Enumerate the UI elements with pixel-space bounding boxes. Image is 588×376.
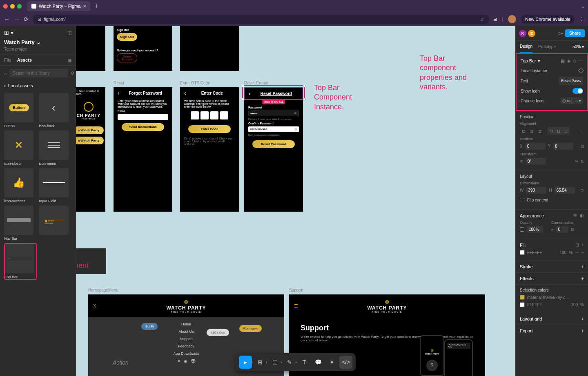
artboard-settings[interactable]: Sign Out Sign Out No longer need your ac… — [114, 26, 172, 71]
individual-corners-icon[interactable]: ⊡ — [571, 227, 574, 232]
asset-input-field[interactable]: Input Field — [39, 168, 72, 203]
minimize-window-icon[interactable] — [10, 4, 15, 9]
lock-aspect-icon[interactable]: ⊃ — [581, 188, 584, 192]
add-export-icon[interactable]: + — [581, 328, 584, 333]
new-tab-button[interactable]: + — [94, 2, 98, 10]
project-title[interactable]: Watch Party ⌄ — [0, 39, 76, 47]
search-settings-icon[interactable]: ⚙ — [70, 71, 74, 76]
grid-icon[interactable]: ▦ — [561, 58, 565, 64]
dev-mode-tool[interactable]: </> — [339, 356, 352, 369]
instance-diamond-icon[interactable] — [578, 68, 584, 73]
frame-tool[interactable]: ⊞ — [254, 356, 267, 369]
tab-design[interactable]: Design — [520, 41, 532, 53]
move-tool[interactable]: ▸ — [239, 356, 252, 369]
align-top[interactable]: ⊓ — [548, 127, 555, 135]
collaborator-e[interactable]: E — [528, 30, 535, 37]
profile-avatar[interactable] — [508, 15, 516, 23]
browser-tab[interactable]: Watch Party – Figma × — [27, 1, 90, 11]
address-bar[interactable]: ⊡ figma.com/ ☆ — [33, 15, 489, 24]
asset-button[interactable]: Button Button — [4, 93, 37, 128]
back-button[interactable]: ← — [4, 16, 10, 22]
asset-icon-close[interactable]: ✕ icon-close — [4, 130, 37, 166]
tab-file[interactable]: File — [4, 58, 11, 63]
text-tool[interactable]: T — [298, 356, 311, 369]
close-window-icon[interactable] — [3, 4, 8, 9]
chrome-update-button[interactable]: New Chrome available — [521, 15, 575, 24]
x-input[interactable] — [525, 143, 546, 150]
library-icon[interactable]: ▦ — [67, 58, 71, 63]
align-bottom[interactable]: ⊔ — [562, 127, 570, 135]
site-info-icon[interactable]: ⊡ — [38, 17, 41, 22]
asset-nav-bar[interactable]: Nav Bar — [4, 206, 37, 241]
share-button[interactable]: Share — [565, 29, 585, 37]
selection-color-swatch[interactable] — [520, 302, 525, 307]
height-input[interactable] — [555, 187, 575, 194]
asset-icon-back[interactable]: ‹ icon-back — [39, 93, 72, 128]
panel-toggle-icon[interactable]: ◫ — [67, 30, 71, 35]
artboard-otp[interactable]: Enter OTP Code ‹ Enter Code We have sent… — [180, 87, 239, 212]
tab-assets[interactable]: Assets — [17, 58, 32, 63]
tab-prototype[interactable]: Prototype — [538, 41, 556, 52]
forward-button[interactable]: → — [14, 16, 20, 22]
align-middle[interactable]: ⊔ — [555, 127, 562, 135]
theme-color-swatch[interactable] — [520, 295, 525, 300]
rotation-input[interactable] — [526, 158, 546, 165]
artboard-blank[interactable] — [180, 26, 239, 71]
show-icon-toggle[interactable] — [572, 88, 583, 94]
align-right[interactable]: ⊐ — [536, 127, 543, 135]
extensions-icon[interactable]: ⊞ — [493, 17, 497, 22]
swap-icon[interactable]: ◈ — [567, 58, 570, 64]
zoom-control[interactable]: 50% ▾ — [572, 44, 584, 49]
add-fill-icon[interactable]: + — [581, 242, 584, 248]
artboard-enrolled[interactable]: you have enrolled in Watch CH PARTY YOUR… — [76, 87, 105, 212]
bookmark-icon[interactable]: ☆ — [480, 17, 484, 22]
detach-icon[interactable]: ◇ — [573, 58, 576, 64]
asset-top-bar[interactable]: Top Bar — [4, 243, 37, 280]
more-align[interactable]: ⋯ — [577, 127, 584, 135]
browser-menu-icon[interactable]: ⋮ — [579, 17, 584, 22]
choose-icon-dropdown[interactable]: icon-... ▾ — [561, 97, 583, 104]
abs-position-icon[interactable]: ⊡ — [581, 144, 584, 148]
collaborator-k[interactable]: K — [519, 30, 526, 37]
asset-icon-menu[interactable]: icon-menu — [39, 130, 72, 166]
help-button[interactable]: ? — [426, 360, 438, 371]
visibility-icon[interactable]: 👁 — [573, 213, 577, 218]
pen-tool[interactable]: ✎ — [283, 356, 296, 369]
y-input[interactable] — [553, 143, 573, 150]
canvas[interactable]: Top Bar Component Top Bar Component Inst… — [76, 26, 515, 376]
fill-color-swatch[interactable] — [520, 250, 525, 255]
artboard-reset[interactable]: Reset ‹ Forgot Password Enter your email… — [114, 87, 172, 212]
radius-input[interactable] — [556, 226, 568, 233]
figma-menu-button[interactable]: ⊞ ▾ — [4, 29, 13, 36]
comment-tool[interactable]: 💬 — [312, 356, 325, 369]
asset-nav-bar-2[interactable]: ⬤ Banner Message — [39, 206, 72, 241]
close-tab-icon[interactable]: × — [83, 3, 86, 9]
opacity-input[interactable] — [527, 226, 543, 233]
maximize-window-icon[interactable] — [17, 4, 22, 9]
local-assets-header[interactable]: ‹ Local assets — [0, 81, 76, 91]
search-input[interactable] — [9, 69, 68, 77]
align-center-h[interactable]: ⊐ — [528, 127, 535, 135]
window-controls[interactable] — [3, 4, 22, 9]
width-input[interactable] — [526, 187, 546, 194]
tab-dropdown-icon[interactable]: ⌄ — [581, 4, 585, 9]
remove-fill-icon[interactable]: − — [581, 250, 584, 255]
blend-icon[interactable]: ◐ — [580, 213, 584, 218]
shape-tool[interactable]: ▢ — [268, 356, 281, 369]
actions-tool[interactable]: ✦ — [325, 356, 339, 369]
align-left[interactable]: ⊏ — [520, 127, 527, 135]
fill-blend-icon[interactable]: 〰 — [575, 250, 579, 255]
more-icon[interactable]: ⋯ — [579, 58, 583, 64]
flip-h-icon[interactable]: ⇋ — [575, 159, 578, 164]
add-effect-icon[interactable]: + — [581, 276, 584, 281]
component-name[interactable]: Top Bar ▾ — [521, 58, 540, 64]
add-grid-icon[interactable]: + — [581, 316, 584, 321]
flip-v-icon[interactable]: ⇅ — [581, 159, 584, 164]
asset-icon-success[interactable]: 👍 icon-success — [4, 168, 37, 203]
topbar-instance-selected[interactable]: ‹ Reset Password 393 x 65.54 — [244, 87, 303, 100]
artboard-partial[interactable] — [76, 26, 105, 71]
styles-icon[interactable]: ⊞ — [575, 242, 579, 248]
text-prop-input[interactable] — [559, 77, 583, 85]
add-stroke-icon[interactable]: + — [581, 264, 584, 269]
present-button[interactable]: ▷ — [559, 31, 562, 36]
